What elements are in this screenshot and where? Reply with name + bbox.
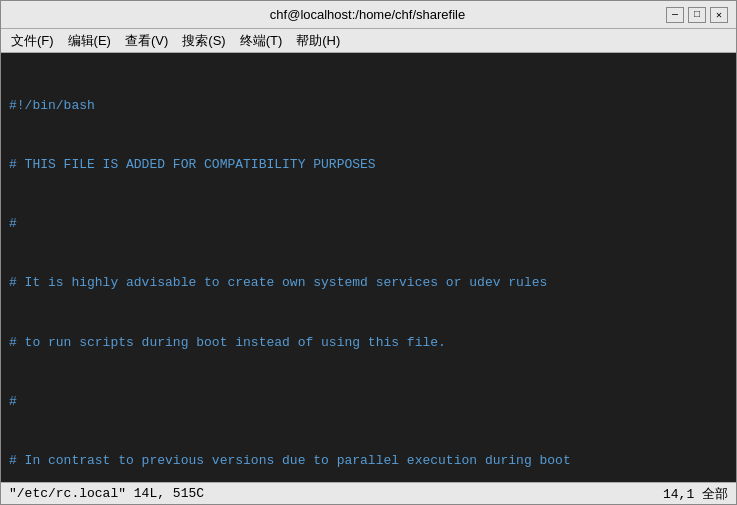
line-4: # It is highly advisable to create own s… [9, 273, 728, 293]
close-button[interactable]: ✕ [710, 7, 728, 23]
menu-help[interactable]: 帮助(H) [290, 30, 346, 52]
menu-search[interactable]: 搜索(S) [176, 30, 231, 52]
editor-area[interactable]: #!/bin/bash # THIS FILE IS ADDED FOR COM… [1, 53, 736, 482]
menu-bar: 文件(F) 编辑(E) 查看(V) 搜索(S) 终端(T) 帮助(H) [1, 29, 736, 53]
status-position: 14,1 全部 [663, 485, 728, 503]
maximize-button[interactable]: □ [688, 7, 706, 23]
line-5: # to run scripts during boot instead of … [9, 333, 728, 353]
terminal-window: chf@localhost:/home/chf/sharefile — □ ✕ … [0, 0, 737, 505]
menu-terminal[interactable]: 终端(T) [234, 30, 289, 52]
title-bar: chf@localhost:/home/chf/sharefile — □ ✕ [1, 1, 736, 29]
status-file-info: "/etc/rc.local" 14L, 515C [9, 486, 204, 501]
menu-file[interactable]: 文件(F) [5, 30, 60, 52]
window-controls: — □ ✕ [666, 7, 728, 23]
minimize-button[interactable]: — [666, 7, 684, 23]
editor-content: #!/bin/bash # THIS FILE IS ADDED FOR COM… [9, 57, 728, 482]
menu-view[interactable]: 查看(V) [119, 30, 174, 52]
status-bar: "/etc/rc.local" 14L, 515C 14,1 全部 [1, 482, 736, 504]
line-7: # In contrast to previous versions due t… [9, 451, 728, 471]
line-1: #!/bin/bash [9, 96, 728, 116]
line-2: # THIS FILE IS ADDED FOR COMPATIBILITY P… [9, 155, 728, 175]
window-title: chf@localhost:/home/chf/sharefile [69, 7, 666, 22]
line-3: # [9, 214, 728, 234]
line-6: # [9, 392, 728, 412]
menu-edit[interactable]: 编辑(E) [62, 30, 117, 52]
